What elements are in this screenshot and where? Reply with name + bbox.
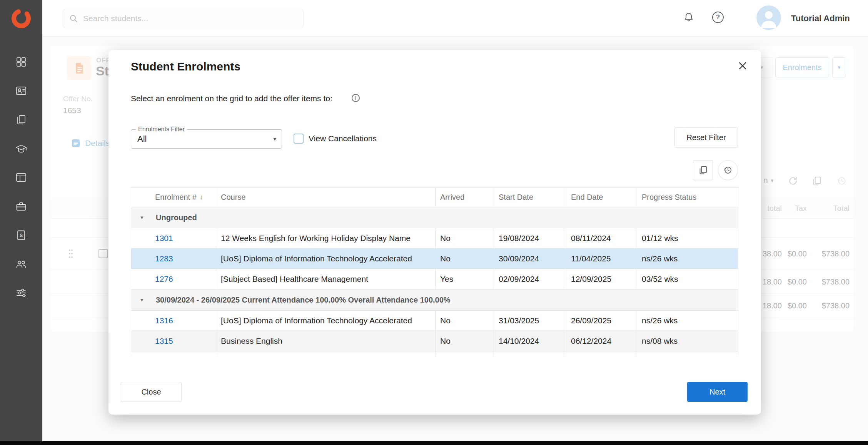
help-icon[interactable]: ?	[712, 12, 724, 23]
col-header-end-date[interactable]: End Date	[566, 188, 637, 207]
svg-text:S: S	[20, 233, 23, 238]
enrolment-link[interactable]: 1283	[155, 254, 173, 263]
group-row-attendance[interactable]: ▾ 30/09/2024 - 26/09/2025 Current Attend…	[131, 289, 738, 311]
search-icon	[69, 14, 78, 23]
caret-down-icon: ▾	[273, 130, 276, 148]
sidebar-item-students[interactable]	[15, 85, 27, 97]
topbar: ? Tutorial Admin	[42, 0, 868, 37]
notifications-bell-icon[interactable]	[683, 12, 694, 23]
sort-desc-icon: ↓	[200, 194, 203, 201]
enrolment-row-1316[interactable]: 1316 [UoS] Diploma of Information Techno…	[131, 311, 738, 331]
search-box	[63, 9, 304, 28]
collapse-icon[interactable]: ▾	[140, 296, 148, 303]
search-input[interactable]	[63, 9, 304, 28]
enrolment-link[interactable]: 1315	[155, 336, 173, 346]
col-header-enrolment[interactable]: Enrolment # ↓	[131, 188, 216, 207]
close-button[interactable]: Close	[121, 382, 182, 402]
sidebar-item-agents[interactable]	[15, 201, 27, 212]
people-icon	[15, 258, 27, 270]
info-icon[interactable]: i	[352, 94, 360, 102]
enrolment-row-clipped	[131, 351, 738, 357]
enrolments-table-header: Enrolment # ↓ Course Arrived Start Date …	[131, 188, 738, 207]
group-row-ungrouped[interactable]: ▾ Ungrouped	[131, 207, 738, 228]
enrolment-row-1315[interactable]: 1315 Business English No 14/10/2024 06/1…	[131, 331, 738, 351]
dashboard-icon	[15, 56, 27, 68]
col-header-course[interactable]: Course	[216, 188, 436, 207]
screen: S ? Tutorial Admin OFF St	[0, 0, 868, 445]
window-icon	[15, 172, 27, 183]
modal-title: Student Enrolments	[131, 60, 240, 73]
reset-filter-button[interactable]: Reset Filter	[674, 127, 738, 147]
col-header-start-date[interactable]: Start Date	[494, 188, 566, 207]
user-name[interactable]: Tutorial Admin	[791, 0, 850, 37]
sliders-icon	[15, 287, 27, 299]
collapse-icon[interactable]: ▾	[140, 214, 148, 221]
briefcase-icon	[15, 201, 27, 212]
documents-icon	[15, 114, 27, 125]
history-button[interactable]	[718, 160, 738, 180]
copy-grid-button[interactable]	[693, 160, 713, 180]
app-logo-icon[interactable]	[10, 7, 33, 30]
bottom-strip	[0, 441, 868, 445]
sidebar-item-dashboard[interactable]	[15, 56, 27, 68]
invoice-icon: S	[15, 229, 27, 241]
enrolment-link[interactable]: 1316	[155, 316, 173, 325]
next-button[interactable]: Next	[687, 382, 748, 402]
col-header-progress-status[interactable]: Progress Status	[637, 188, 738, 207]
modal-instruction: Select an enrolment on the grid to add t…	[131, 94, 332, 103]
enrolment-row-1283-selected[interactable]: 1283 [UoS] Diploma of Information Techno…	[131, 249, 738, 269]
filter-value: All	[137, 130, 147, 148]
enrolment-link[interactable]: 1276	[155, 274, 173, 284]
avatar[interactable]	[756, 5, 781, 30]
sidebar-nav: S	[0, 56, 42, 299]
sidebar-item-classes[interactable]	[15, 172, 27, 183]
view-cancellations-label[interactable]: View Cancellations	[309, 134, 377, 144]
col-header-arrived[interactable]: Arrived	[436, 188, 494, 207]
view-cancellations-checkbox[interactable]	[294, 134, 304, 144]
enrolments-filter-select[interactable]: Enrolments Filter All ▾	[131, 129, 282, 149]
sidebar-item-settings[interactable]	[15, 287, 27, 299]
sidebar-item-courses[interactable]	[15, 143, 27, 154]
enrolment-link[interactable]: 1301	[155, 234, 173, 243]
enrolments-table: Enrolment # ↓ Course Arrived Start Date …	[131, 187, 738, 357]
students-icon	[15, 85, 27, 97]
copy-icon	[698, 165, 708, 175]
sidebar-item-documents[interactable]	[15, 114, 27, 125]
sidebar-item-invoices[interactable]: S	[15, 229, 27, 241]
enrolment-row-1276[interactable]: 1276 [Subject Based] Healthcare Manageme…	[131, 269, 738, 289]
history-icon	[723, 165, 733, 175]
close-icon[interactable]	[736, 60, 749, 72]
sidebar: S	[0, 0, 42, 441]
student-enrolments-modal: Student Enrolments Select an enrolment o…	[108, 50, 761, 415]
sidebar-item-contacts[interactable]	[15, 258, 27, 270]
enrolment-row-1301[interactable]: 1301 12 Weeks English for Working Holida…	[131, 228, 738, 249]
graduation-cap-icon	[15, 143, 27, 154]
